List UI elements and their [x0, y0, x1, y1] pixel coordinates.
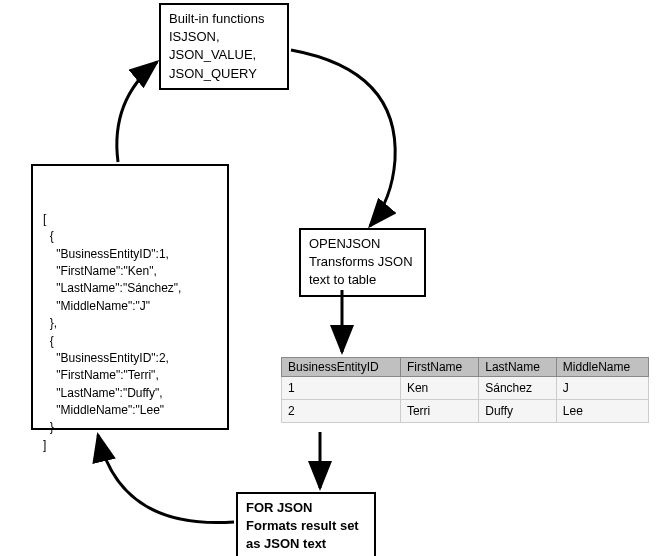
openjson-box: OPENJSON Transforms JSON text to table — [299, 228, 426, 297]
json-text-box: [ { "BusinessEntityID":1, "FirstName":"K… — [31, 164, 229, 430]
result-table: BusinessEntityID FirstName LastName Midd… — [281, 357, 649, 423]
table-cell: Sánchez — [479, 377, 557, 400]
forjson-line2: Formats result set — [246, 517, 366, 535]
table-cell: 1 — [282, 377, 401, 400]
forjson-box: FOR JSON Formats result set as JSON text — [236, 492, 376, 556]
openjson-line3: text to table — [309, 271, 416, 289]
table-header: FirstName — [400, 358, 478, 377]
table-row: 1 Ken Sánchez J — [282, 377, 649, 400]
table-header: LastName — [479, 358, 557, 377]
table-cell: Ken — [400, 377, 478, 400]
table-cell: Lee — [556, 400, 648, 423]
builtins-line3: JSON_VALUE, — [169, 46, 279, 64]
openjson-line2: Transforms JSON — [309, 253, 416, 271]
table-cell: Terri — [400, 400, 478, 423]
json-text-content: [ { "BusinessEntityID":1, "FirstName":"K… — [43, 211, 217, 454]
forjson-line3: as JSON text — [246, 535, 366, 553]
table-header-row: BusinessEntityID FirstName LastName Midd… — [282, 358, 649, 377]
table-cell: Duffy — [479, 400, 557, 423]
openjson-line1: OPENJSON — [309, 235, 416, 253]
table-cell: J — [556, 377, 648, 400]
builtins-line2: ISJSON, — [169, 28, 279, 46]
table-header: BusinessEntityID — [282, 358, 401, 377]
table-row: 2 Terri Duffy Lee — [282, 400, 649, 423]
builtins-line1: Built-in functions — [169, 10, 279, 28]
table-header: MiddleName — [556, 358, 648, 377]
builtins-line4: JSON_QUERY — [169, 65, 279, 83]
forjson-line1: FOR JSON — [246, 499, 366, 517]
table-cell: 2 — [282, 400, 401, 423]
builtins-box: Built-in functions ISJSON, JSON_VALUE, J… — [159, 3, 289, 90]
